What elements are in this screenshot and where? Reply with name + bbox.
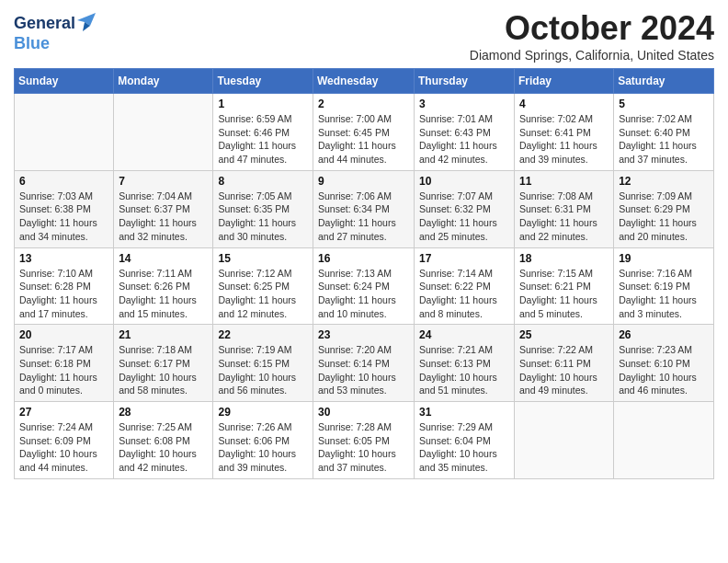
day-info: Sunrise: 7:07 AM Sunset: 6:32 PM Dayligh… [419, 190, 509, 244]
day-number: 29 [218, 406, 308, 419]
calendar-week-row: 13Sunrise: 7:10 AM Sunset: 6:28 PM Dayli… [15, 247, 714, 325]
title-block: October 2024 Diamond Springs, California… [470, 9, 714, 63]
day-number: 15 [218, 252, 308, 265]
day-info: Sunrise: 7:13 AM Sunset: 6:24 PM Dayligh… [318, 267, 409, 321]
calendar-cell: 3Sunrise: 7:01 AM Sunset: 6:43 PM Daylig… [415, 94, 515, 171]
calendar-cell: 27Sunrise: 7:24 AM Sunset: 6:09 PM Dayli… [15, 402, 114, 479]
day-number: 19 [619, 252, 709, 265]
calendar-cell [614, 402, 714, 479]
day-header-wednesday: Wednesday [313, 69, 415, 94]
day-info: Sunrise: 7:11 AM Sunset: 6:26 PM Dayligh… [119, 267, 208, 321]
day-info: Sunrise: 7:26 AM Sunset: 6:06 PM Dayligh… [218, 420, 308, 475]
calendar-cell: 31Sunrise: 7:29 AM Sunset: 6:04 PM Dayli… [415, 402, 515, 479]
calendar-cell: 29Sunrise: 7:26 AM Sunset: 6:06 PM Dayli… [213, 402, 313, 479]
location: Diamond Springs, California, United Stat… [470, 48, 714, 63]
calendar-cell: 15Sunrise: 7:12 AM Sunset: 6:25 PM Dayli… [213, 247, 313, 325]
calendar-cell: 8Sunrise: 7:05 AM Sunset: 6:35 PM Daylig… [213, 170, 313, 247]
day-info: Sunrise: 7:12 AM Sunset: 6:25 PM Dayligh… [218, 267, 308, 321]
day-number: 5 [619, 98, 709, 110]
day-info: Sunrise: 7:25 AM Sunset: 6:08 PM Dayligh… [119, 420, 208, 475]
day-info: Sunrise: 7:20 AM Sunset: 6:14 PM Dayligh… [318, 343, 409, 397]
calendar-cell: 12Sunrise: 7:09 AM Sunset: 6:29 PM Dayli… [614, 170, 714, 247]
day-info: Sunrise: 7:01 AM Sunset: 6:43 PM Dayligh… [419, 112, 509, 167]
calendar-cell: 23Sunrise: 7:20 AM Sunset: 6:14 PM Dayli… [313, 325, 415, 402]
calendar-cell [15, 94, 114, 171]
calendar-cell: 9Sunrise: 7:06 AM Sunset: 6:34 PM Daylig… [313, 170, 415, 247]
day-info: Sunrise: 7:08 AM Sunset: 6:31 PM Dayligh… [519, 190, 609, 244]
calendar-cell: 14Sunrise: 7:11 AM Sunset: 6:26 PM Dayli… [114, 247, 213, 325]
day-info: Sunrise: 7:10 AM Sunset: 6:28 PM Dayligh… [19, 267, 108, 321]
day-number: 9 [318, 175, 409, 188]
day-number: 4 [519, 98, 609, 110]
day-number: 11 [519, 175, 609, 188]
day-number: 8 [218, 175, 308, 188]
calendar-week-row: 27Sunrise: 7:24 AM Sunset: 6:09 PM Dayli… [15, 402, 714, 479]
day-info: Sunrise: 7:16 AM Sunset: 6:19 PM Dayligh… [619, 267, 709, 321]
day-info: Sunrise: 7:02 AM Sunset: 6:40 PM Dayligh… [619, 112, 709, 167]
day-header-thursday: Thursday [415, 69, 515, 94]
calendar-cell: 1Sunrise: 6:59 AM Sunset: 6:46 PM Daylig… [213, 94, 313, 171]
day-info: Sunrise: 7:29 AM Sunset: 6:04 PM Dayligh… [419, 420, 509, 475]
day-number: 20 [19, 328, 108, 341]
calendar-table: SundayMondayTuesdayWednesdayThursdayFrid… [14, 68, 714, 479]
calendar-cell: 17Sunrise: 7:14 AM Sunset: 6:22 PM Dayli… [415, 247, 515, 325]
day-number: 21 [119, 328, 208, 341]
day-info: Sunrise: 7:18 AM Sunset: 6:17 PM Dayligh… [119, 343, 208, 397]
calendar-cell: 22Sunrise: 7:19 AM Sunset: 6:15 PM Dayli… [213, 325, 313, 402]
day-info: Sunrise: 7:06 AM Sunset: 6:34 PM Dayligh… [318, 190, 409, 244]
calendar-cell: 4Sunrise: 7:02 AM Sunset: 6:41 PM Daylig… [515, 94, 614, 171]
day-number: 25 [519, 328, 609, 341]
day-number: 24 [419, 328, 509, 341]
day-number: 13 [19, 252, 108, 265]
calendar-cell: 19Sunrise: 7:16 AM Sunset: 6:19 PM Dayli… [614, 247, 714, 325]
calendar-cell: 6Sunrise: 7:03 AM Sunset: 6:38 PM Daylig… [15, 170, 114, 247]
day-number: 16 [318, 252, 409, 265]
day-number: 2 [318, 98, 409, 110]
day-info: Sunrise: 7:21 AM Sunset: 6:13 PM Dayligh… [419, 343, 509, 397]
day-header-sunday: Sunday [15, 69, 114, 94]
logo-text-line1: General [14, 15, 75, 33]
day-header-friday: Friday [515, 69, 614, 94]
day-number: 7 [119, 175, 208, 188]
calendar-cell: 30Sunrise: 7:28 AM Sunset: 6:05 PM Dayli… [313, 402, 415, 479]
calendar-cell: 24Sunrise: 7:21 AM Sunset: 6:13 PM Dayli… [415, 325, 515, 402]
calendar-cell: 16Sunrise: 7:13 AM Sunset: 6:24 PM Dayli… [313, 247, 415, 325]
day-info: Sunrise: 7:05 AM Sunset: 6:35 PM Dayligh… [218, 190, 308, 244]
calendar-cell: 21Sunrise: 7:18 AM Sunset: 6:17 PM Dayli… [114, 325, 213, 402]
calendar-week-row: 6Sunrise: 7:03 AM Sunset: 6:38 PM Daylig… [15, 170, 714, 247]
day-info: Sunrise: 7:09 AM Sunset: 6:29 PM Dayligh… [619, 190, 709, 244]
logo: General Blue [14, 13, 96, 53]
day-number: 23 [318, 328, 409, 341]
header: General Blue October 2024 Diamond Spring… [14, 9, 714, 63]
calendar-cell: 28Sunrise: 7:25 AM Sunset: 6:08 PM Dayli… [114, 402, 213, 479]
day-info: Sunrise: 7:24 AM Sunset: 6:09 PM Dayligh… [19, 420, 108, 475]
day-info: Sunrise: 6:59 AM Sunset: 6:46 PM Dayligh… [218, 112, 308, 167]
day-number: 1 [218, 98, 308, 110]
logo-text-line2: Blue [14, 35, 96, 53]
day-header-tuesday: Tuesday [213, 69, 313, 94]
day-number: 14 [119, 252, 208, 265]
calendar-cell: 10Sunrise: 7:07 AM Sunset: 6:32 PM Dayli… [415, 170, 515, 247]
calendar-cell: 13Sunrise: 7:10 AM Sunset: 6:28 PM Dayli… [15, 247, 114, 325]
calendar-cell: 5Sunrise: 7:02 AM Sunset: 6:40 PM Daylig… [614, 94, 714, 171]
day-number: 12 [619, 175, 709, 188]
calendar-cell: 26Sunrise: 7:23 AM Sunset: 6:10 PM Dayli… [614, 325, 714, 402]
calendar-cell: 11Sunrise: 7:08 AM Sunset: 6:31 PM Dayli… [515, 170, 614, 247]
day-number: 26 [619, 328, 709, 341]
calendar-cell: 7Sunrise: 7:04 AM Sunset: 6:37 PM Daylig… [114, 170, 213, 247]
calendar-header-row: SundayMondayTuesdayWednesdayThursdayFrid… [15, 69, 714, 94]
logo-bird-icon [77, 13, 96, 35]
day-number: 27 [19, 406, 108, 419]
calendar-cell: 18Sunrise: 7:15 AM Sunset: 6:21 PM Dayli… [515, 247, 614, 325]
calendar-cell [515, 402, 614, 479]
calendar-cell: 2Sunrise: 7:00 AM Sunset: 6:45 PM Daylig… [313, 94, 415, 171]
calendar-cell [114, 94, 213, 171]
day-info: Sunrise: 7:15 AM Sunset: 6:21 PM Dayligh… [519, 267, 609, 321]
day-info: Sunrise: 7:22 AM Sunset: 6:11 PM Dayligh… [519, 343, 609, 397]
day-header-saturday: Saturday [614, 69, 714, 94]
day-info: Sunrise: 7:14 AM Sunset: 6:22 PM Dayligh… [419, 267, 509, 321]
day-info: Sunrise: 7:17 AM Sunset: 6:18 PM Dayligh… [19, 343, 108, 397]
day-number: 17 [419, 252, 509, 265]
month-title: October 2024 [470, 9, 714, 48]
day-info: Sunrise: 7:03 AM Sunset: 6:38 PM Dayligh… [19, 190, 108, 244]
